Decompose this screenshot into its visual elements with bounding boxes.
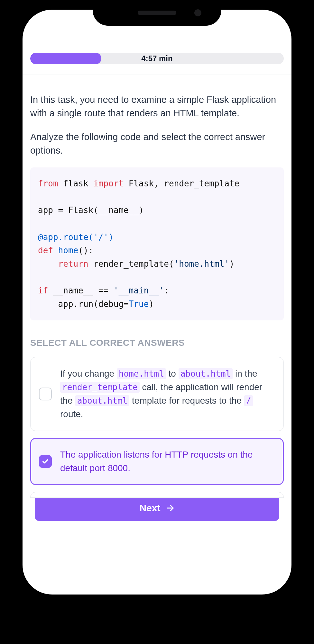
phone-frame: 4:57 min In this task, you need to exami… [13,0,301,604]
options-list: If you change home.html to about.html in… [30,357,284,498]
answer-option-partial[interactable] [30,492,284,498]
checkbox[interactable] [39,455,52,468]
answer-option-0[interactable]: If you change home.html to about.html in… [30,357,284,431]
timer-label: 4:57 min [141,54,172,63]
next-button-label: Next [139,503,160,514]
checkbox[interactable] [39,388,52,400]
phone-notch [93,0,221,26]
question-para-1: In this task, you need to examine a simp… [30,93,284,120]
progress-bar: 4:57 min [30,53,284,64]
app-screen: 4:57 min In this task, you need to exami… [23,10,291,595]
answer-text: If you change home.html to about.html in… [60,367,275,421]
arrow-right-icon [166,504,175,513]
answer-option-1[interactable]: The application listens for HTTP request… [30,438,284,485]
question-para-2: Analyze the following code and select th… [30,130,284,157]
answers-label: SELECT ALL CORRECT ANSWERS [30,338,284,348]
code-block: from flask import Flask, render_template… [30,167,284,320]
progress-fill [30,53,101,64]
next-button[interactable]: Next [35,495,279,521]
answer-text: The application listens for HTTP request… [60,448,275,475]
timer-row: 4:57 min [23,45,291,75]
